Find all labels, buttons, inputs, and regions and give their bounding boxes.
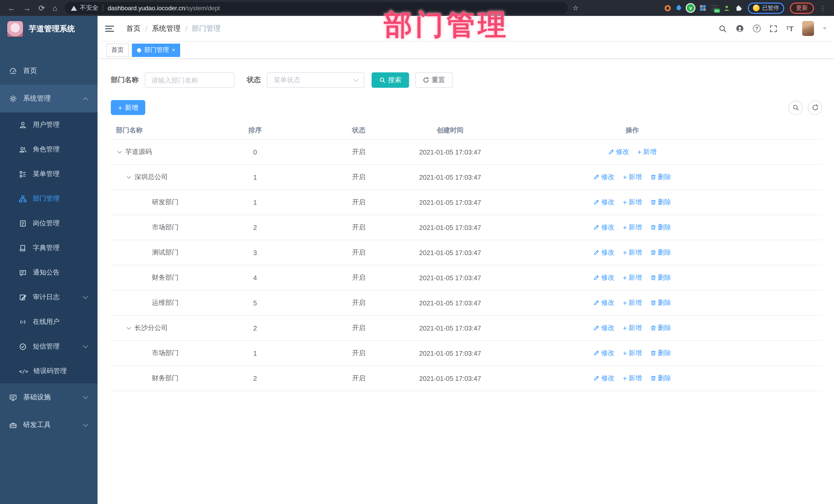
extension-drop-icon[interactable]: [675, 5, 682, 11]
delete-link[interactable]: 删除: [650, 172, 671, 182]
add-child-link[interactable]: + 新增: [623, 374, 642, 383]
edit-link[interactable]: 修改: [594, 198, 615, 207]
edit-link[interactable]: 修改: [594, 374, 615, 383]
delete-label: 删除: [658, 273, 671, 282]
edit-link[interactable]: 修改: [594, 273, 615, 282]
add-child-link[interactable]: + 新增: [637, 147, 656, 156]
browser-update-button[interactable]: 更新: [790, 2, 814, 14]
delete-link[interactable]: 删除: [650, 273, 671, 282]
avatar-dropdown-caret-icon[interactable]: [823, 27, 827, 30]
delete-link[interactable]: 删除: [650, 223, 671, 232]
sidebar-item-label: 菜单管理: [33, 169, 60, 179]
tab-home[interactable]: 首页: [106, 43, 129, 57]
app-logo-row[interactable]: 芋道管理系统: [0, 16, 97, 42]
edit-link[interactable]: 修改: [594, 172, 615, 182]
delete-link[interactable]: 删除: [650, 298, 671, 307]
add-child-link[interactable]: + 新增: [623, 323, 642, 333]
sidebar-item-system[interactable]: 系统管理: [0, 85, 97, 112]
sidebar-item-sms[interactable]: 短信管理: [0, 334, 97, 359]
toggle-search-button[interactable]: [788, 100, 803, 115]
edit-link[interactable]: 修改: [594, 298, 615, 307]
add-button-label: 新增: [125, 103, 138, 112]
sidebar-item-home[interactable]: 首页: [0, 57, 97, 85]
add-child-link[interactable]: + 新增: [623, 273, 642, 282]
fullscreen-icon[interactable]: [769, 24, 777, 32]
plus-icon: +: [118, 104, 122, 111]
refresh-table-button[interactable]: [808, 100, 822, 115]
extension-list-icon[interactable]: on: [711, 5, 718, 11]
text-size-icon[interactable]: TT: [786, 25, 793, 32]
actions-cell: 修改 + 新增 删除: [502, 198, 822, 207]
reset-button[interactable]: 重置: [415, 72, 453, 88]
hamburger-icon[interactable]: [105, 25, 114, 31]
expand-caret-icon[interactable]: [117, 149, 122, 153]
expand-caret-icon[interactable]: [127, 325, 131, 329]
sidebar-item-dev-tools[interactable]: 研发工具: [0, 411, 97, 439]
browser-home-icon[interactable]: ⌂: [52, 4, 57, 12]
avatar[interactable]: [802, 21, 814, 36]
profile-paused-pill[interactable]: 已暂停: [748, 2, 784, 14]
sidebar-item-error-codes[interactable]: </> 错误码管理: [0, 359, 97, 384]
edit-link[interactable]: 修改: [594, 248, 615, 257]
extension-grid-icon[interactable]: [700, 5, 706, 11]
delete-link[interactable]: 删除: [650, 248, 671, 257]
bookmark-star-icon[interactable]: ☆: [572, 4, 578, 12]
search-button[interactable]: 搜索: [372, 72, 409, 88]
actions-cell: 修改 + 新增 删除: [502, 374, 822, 383]
plus-icon: +: [623, 174, 627, 181]
edit-link[interactable]: 修改: [608, 147, 629, 156]
add-label: 新增: [629, 298, 642, 307]
extension-check-icon[interactable]: v: [687, 4, 695, 12]
breadcrumb-system[interactable]: 系统管理: [152, 24, 181, 33]
sidebar-item-dicts[interactable]: 字典管理: [0, 236, 97, 260]
delete-link[interactable]: 删除: [650, 349, 671, 358]
tab-departments[interactable]: 部门管理 ×: [132, 43, 180, 57]
expand-caret-icon[interactable]: [127, 174, 131, 179]
plus-icon: +: [623, 375, 627, 382]
browser-forward-icon[interactable]: →: [23, 4, 31, 12]
delete-link[interactable]: 删除: [650, 198, 671, 207]
security-warning-icon[interactable]: [70, 5, 77, 10]
sort-cell: 2: [191, 374, 319, 382]
breadcrumb-current: 部门管理: [192, 24, 221, 33]
dept-name-input[interactable]: [145, 72, 235, 88]
sidebar-item-infrastructure[interactable]: 基础设施: [0, 384, 97, 411]
status-cell: 开启: [319, 248, 398, 257]
sidebar-item-audit-logs[interactable]: 审计日志: [0, 285, 97, 309]
sidebar-item-label: 角色管理: [33, 145, 60, 154]
extension-person-icon[interactable]: [724, 5, 730, 11]
browser-menu-icon[interactable]: ⋮: [820, 5, 826, 11]
edit-link[interactable]: 修改: [594, 223, 615, 232]
edit-link[interactable]: 修改: [594, 349, 615, 358]
close-tab-icon[interactable]: ×: [172, 47, 175, 53]
header-search-icon[interactable]: [719, 24, 727, 32]
sidebar-item-notices[interactable]: 通知公告: [0, 260, 97, 285]
breadcrumb-home[interactable]: 首页: [126, 24, 140, 33]
delete-link[interactable]: 删除: [650, 323, 671, 333]
edit-link[interactable]: 修改: [594, 323, 615, 333]
sidebar-item-online-users[interactable]: 在线用户: [0, 309, 97, 334]
sidebar-item-menus[interactable]: 菜单管理: [0, 162, 97, 186]
add-child-link[interactable]: + 新增: [623, 298, 642, 307]
add-child-link[interactable]: + 新增: [623, 223, 642, 232]
extension-target-icon[interactable]: [665, 5, 671, 11]
edit-label: 修改: [601, 223, 615, 232]
browser-reload-icon[interactable]: ⟳: [39, 4, 45, 12]
address-bar[interactable]: 不安全 dashboard.yudao.iocoder.cn/system/de…: [64, 2, 567, 14]
sidebar-item-departments[interactable]: 部门管理: [0, 186, 97, 211]
add-child-link[interactable]: + 新增: [623, 172, 642, 182]
browser-back-icon[interactable]: ←: [8, 4, 15, 12]
sidebar-item-roles[interactable]: 角色管理: [0, 137, 97, 162]
add-child-link[interactable]: + 新增: [623, 248, 642, 257]
sidebar-item-users[interactable]: 用户管理: [0, 112, 97, 137]
add-child-link[interactable]: + 新增: [623, 198, 642, 207]
add-department-button[interactable]: + 新增: [111, 100, 145, 115]
status-select[interactable]: 菜单状态: [267, 72, 365, 88]
delete-link[interactable]: 删除: [650, 374, 671, 383]
sidebar-item-posts[interactable]: 岗位管理: [0, 211, 97, 236]
sidebar-item-label: 部门管理: [33, 194, 60, 203]
add-child-link[interactable]: + 新增: [623, 349, 642, 358]
github-icon[interactable]: [736, 24, 744, 33]
help-icon[interactable]: ?: [753, 25, 761, 32]
extensions-puzzle-icon[interactable]: [736, 5, 742, 11]
